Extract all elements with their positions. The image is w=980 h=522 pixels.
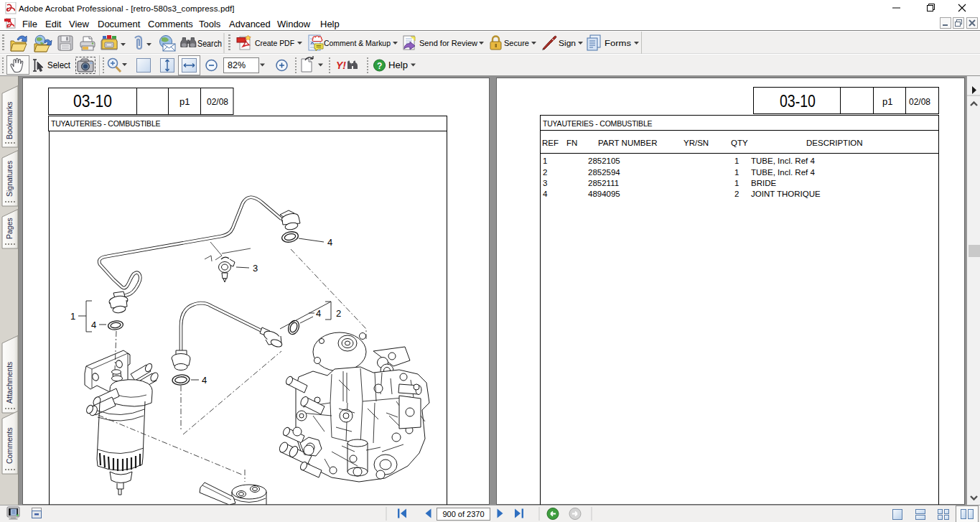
svg-text:Select: Select <box>47 60 70 70</box>
svg-text:2: 2 <box>543 168 547 177</box>
svg-text:Help: Help <box>388 60 408 70</box>
svg-text:Attachments: Attachments <box>5 362 14 404</box>
svg-text:1: 1 <box>734 179 739 187</box>
svg-text:2852111: 2852111 <box>588 179 619 187</box>
svg-text:Send for Review: Send for Review <box>419 39 478 47</box>
svg-text:JOINT THORIQUE: JOINT THORIQUE <box>751 190 821 198</box>
svg-text:3: 3 <box>253 263 258 274</box>
svg-text:4: 4 <box>543 190 548 198</box>
svg-text:02/08: 02/08 <box>207 96 228 107</box>
svg-text:QTY: QTY <box>731 139 748 147</box>
svg-text:1: 1 <box>734 168 739 177</box>
svg-text:4: 4 <box>327 237 332 248</box>
svg-text:82%: 82% <box>228 60 246 70</box>
svg-text:Pages: Pages <box>5 218 14 239</box>
svg-text:2: 2 <box>336 308 341 319</box>
svg-text:?: ? <box>377 61 382 71</box>
svg-text:TUBE, Incl. Ref 4: TUBE, Incl. Ref 4 <box>751 157 815 165</box>
svg-text:4894095: 4894095 <box>588 190 620 198</box>
svg-text:REF: REF <box>542 139 559 147</box>
svg-text:1: 1 <box>543 157 547 165</box>
svg-text:Comments: Comments <box>5 427 14 464</box>
svg-text:03-10: 03-10 <box>780 91 816 111</box>
svg-text:1: 1 <box>70 311 75 322</box>
svg-text:3: 3 <box>543 179 547 187</box>
svg-text:PART NUMBER: PART NUMBER <box>598 139 657 147</box>
svg-text:TUYAUTERIES - COMBUSTIBLE: TUYAUTERIES - COMBUSTIBLE <box>51 119 161 128</box>
svg-text:TUBE, Incl. Ref 4: TUBE, Incl. Ref 4 <box>751 168 815 177</box>
svg-text:FN: FN <box>566 139 577 147</box>
svg-text:1: 1 <box>734 157 739 165</box>
svg-text:Sign: Sign <box>559 39 576 47</box>
svg-text:2: 2 <box>734 190 739 198</box>
svg-text:03-10: 03-10 <box>73 91 112 111</box>
svg-text:Secure: Secure <box>504 39 529 47</box>
svg-text:BRIDE: BRIDE <box>751 179 776 187</box>
svg-text:Bookmarks: Bookmarks <box>5 101 14 139</box>
svg-text:Forms: Forms <box>605 39 631 47</box>
svg-text:Search: Search <box>197 39 222 49</box>
svg-text:Comment & Markup: Comment & Markup <box>324 39 391 47</box>
svg-text:2852105: 2852105 <box>588 157 620 165</box>
svg-text:Create PDF: Create PDF <box>255 39 294 47</box>
svg-text:Signatures: Signatures <box>5 161 14 197</box>
svg-text:Y!: Y! <box>336 60 346 71</box>
svg-text:TUYAUTERIES - COMBUSTIBLE: TUYAUTERIES - COMBUSTIBLE <box>543 119 653 128</box>
svg-text:DESCRIPTION: DESCRIPTION <box>806 139 863 147</box>
svg-text:02/08: 02/08 <box>909 96 930 107</box>
svg-text:p1: p1 <box>882 96 892 107</box>
svg-text:2852594: 2852594 <box>588 168 620 177</box>
svg-text:4: 4 <box>202 375 207 386</box>
svg-text:p1: p1 <box>179 96 190 107</box>
svg-text:4: 4 <box>91 320 96 330</box>
svg-text:4: 4 <box>316 308 321 319</box>
svg-text:YR/SN: YR/SN <box>683 139 709 147</box>
